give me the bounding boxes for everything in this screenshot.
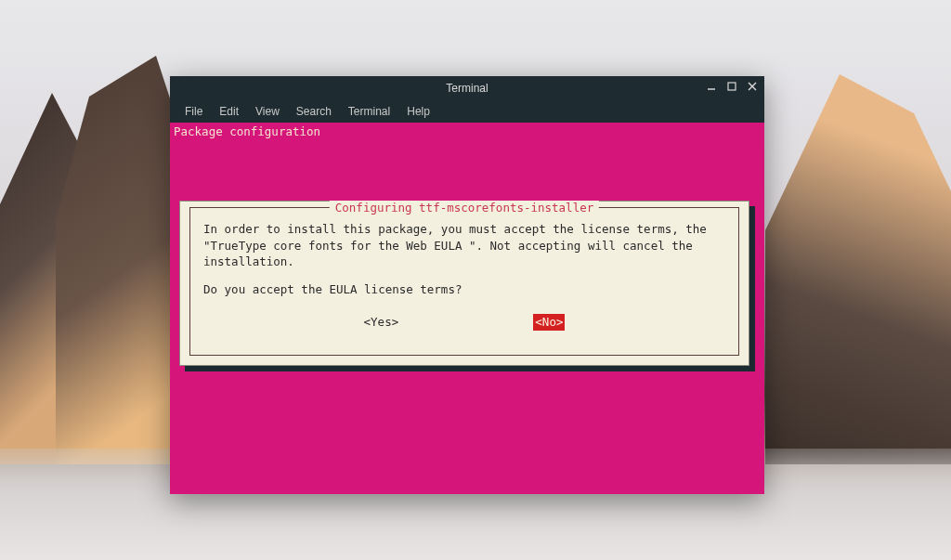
menu-edit[interactable]: Edit bbox=[212, 102, 246, 121]
minimize-button[interactable] bbox=[705, 80, 718, 93]
no-button[interactable]: <No> bbox=[533, 314, 565, 331]
dialog-message: In order to install this package, you mu… bbox=[203, 221, 725, 270]
yes-button[interactable]: <Yes> bbox=[364, 314, 399, 331]
menu-help[interactable]: Help bbox=[399, 102, 437, 121]
menubar: File Edit View Search Terminal Help bbox=[170, 100, 764, 123]
dialog-body: In order to install this package, you mu… bbox=[190, 208, 738, 340]
menu-file[interactable]: File bbox=[177, 102, 210, 121]
dialog-border: Configuring ttf-mscorefonts-installer In… bbox=[189, 207, 739, 356]
mountain-peak bbox=[765, 74, 951, 464]
svg-rect-1 bbox=[728, 83, 736, 90]
dialog-box: Configuring ttf-mscorefonts-installer In… bbox=[179, 201, 749, 366]
package-config-header: Package configuration bbox=[170, 123, 764, 140]
terminal-content[interactable]: Package configuration Configuring ttf-ms… bbox=[170, 123, 764, 494]
window-controls bbox=[705, 80, 759, 93]
menu-search[interactable]: Search bbox=[289, 102, 339, 121]
close-button[interactable] bbox=[746, 80, 759, 93]
dialog-question: Do you accept the EULA license terms? bbox=[203, 281, 725, 298]
menu-view[interactable]: View bbox=[248, 102, 287, 121]
window-titlebar[interactable]: Terminal bbox=[170, 76, 764, 100]
maximize-button[interactable] bbox=[725, 80, 738, 93]
window-title: Terminal bbox=[446, 82, 488, 95]
menu-terminal[interactable]: Terminal bbox=[341, 102, 397, 121]
dialog-buttons: <Yes> <No> bbox=[203, 314, 725, 331]
dialog-title: Configuring ttf-mscorefonts-installer bbox=[330, 201, 599, 215]
debconf-dialog: Configuring ttf-mscorefonts-installer In… bbox=[179, 201, 749, 366]
terminal-window: Terminal File Edit View Search Terminal … bbox=[170, 76, 764, 494]
